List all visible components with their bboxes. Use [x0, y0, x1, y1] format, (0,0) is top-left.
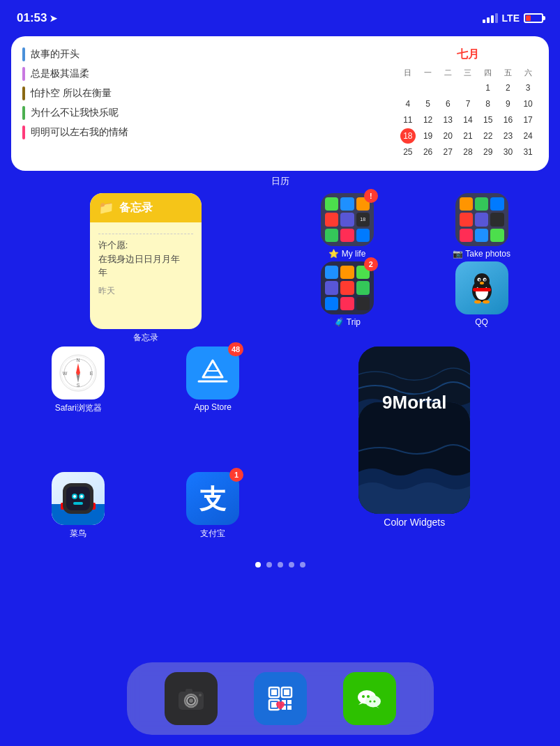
alipay-badge: 1 — [229, 468, 243, 482]
svg-point-26 — [73, 495, 76, 498]
colorwidgets-icon[interactable] — [358, 402, 470, 514]
app-appstore[interactable]: 48 App Store — [146, 347, 280, 461]
dock — [127, 662, 434, 735]
svg-text:W: W — [63, 371, 68, 376]
qrcode-icon[interactable] — [254, 672, 307, 725]
mylife-badge: ! — [364, 189, 378, 203]
notes-date: 昨天 — [98, 285, 193, 297]
takephotos-folder-icon[interactable] — [455, 193, 508, 246]
app-cainiao[interactable]: 过福年 菜鸟 — [11, 472, 146, 540]
app-safari[interactable]: N S E W Safari浏览器 — [11, 347, 146, 461]
trip-label: 🧳 Trip — [334, 317, 361, 327]
network-type: LTE — [502, 13, 520, 24]
dot-1 — [255, 562, 261, 568]
takephotos-label: 📷 Take photos — [453, 249, 510, 259]
location-icon: ➤ — [50, 13, 57, 24]
svg-text:支: 支 — [199, 485, 227, 514]
note-item-1: 故事的开头 — [22, 47, 390, 61]
cainiao-label: 菜鸟 — [70, 528, 86, 540]
notes-calendar-widget[interactable]: 故事的开头 总是极其温柔 怕扑空 所以在衡量 为什么不让我快乐呢 明明可以左右我… — [11, 36, 549, 171]
bottom-apps-section: N S E W Safari浏览器 48 App Store — [0, 347, 560, 551]
svg-text:S: S — [77, 383, 80, 388]
status-bar: 01:53 ➤ LTE — [0, 0, 560, 31]
note-item-4: 为什么不让我快乐呢 — [22, 106, 390, 120]
svg-point-49 — [362, 695, 365, 698]
colorwidgets-label: Color Widgets — [384, 517, 445, 528]
page-dots — [0, 562, 560, 568]
appstore-badge: 48 — [228, 342, 243, 356]
note-item-3: 怕扑空 所以在衡量 — [22, 86, 390, 100]
notes-app-label: 备忘录 — [133, 332, 158, 344]
svg-point-2 — [474, 273, 490, 289]
app-alipay[interactable]: 支 1 支付宝 — [146, 472, 280, 540]
folder-row-1: 18 ! ⭐ My life — [280, 193, 550, 259]
svg-rect-8 — [473, 288, 491, 291]
dot-3 — [278, 562, 283, 568]
svg-text:E: E — [90, 371, 93, 376]
qq-icon[interactable] — [455, 261, 508, 314]
cainiao-icon[interactable]: 过福年 — [52, 472, 105, 525]
appstore-label: App Store — [194, 402, 231, 412]
safari-icon[interactable]: N S E W — [52, 347, 105, 399]
svg-point-5 — [478, 279, 480, 280]
notes-widget-icon[interactable]: 📁 备忘录 许个愿: 在我身边日日月月年 年 昨天 — [90, 193, 202, 329]
notes-list-widget: 故事的开头 总是极其温柔 怕扑空 所以在衡量 为什么不让我快乐呢 明明可以左右我… — [22, 47, 390, 160]
folder-trip[interactable]: 2 🧳 Trip — [280, 261, 415, 327]
svg-point-34 — [189, 699, 193, 703]
status-right: LTE — [483, 13, 543, 24]
svg-point-10 — [483, 300, 490, 304]
mylife-label: ⭐ My life — [328, 249, 365, 259]
notes-widget-body: 许个愿: 在我身边日日月月年 年 昨天 — [90, 222, 202, 304]
trip-badge: 2 — [364, 257, 378, 271]
folders-column: 18 ! ⭐ My life — [280, 193, 550, 327]
qq-label: QQ — [475, 317, 488, 327]
notes-widget-text: 许个愿: 在我身边日日月月年 年 — [98, 238, 193, 280]
calendar-widget: 七月 日 一 二 三 四 五 六 1 2 3 4 5 6 — [398, 47, 538, 160]
camera-icon[interactable] — [165, 672, 218, 725]
battery-icon — [524, 13, 543, 23]
calendar-label: 日历 — [11, 175, 549, 188]
svg-rect-40 — [284, 690, 289, 695]
notes-app-widget[interactable]: 📁 备忘录 许个愿: 在我身边日日月月年 年 昨天 备忘录 — [11, 193, 280, 344]
middle-row: 📁 备忘录 许个愿: 在我身边日日月月年 年 昨天 备忘录 — [0, 193, 560, 344]
svg-rect-28 — [73, 502, 83, 505]
svg-rect-44 — [287, 700, 292, 704]
dock-wechat[interactable] — [343, 672, 396, 725]
dock-camera[interactable] — [165, 672, 218, 725]
signal-icon — [483, 13, 498, 23]
wechat-icon[interactable] — [343, 672, 396, 725]
calendar-grid: 日 一 二 三 四 五 六 1 2 3 4 5 6 7 8 — [398, 66, 538, 160]
note-item-5: 明明可以左右我的情绪 — [22, 125, 390, 139]
status-time: 01:53 ➤ — [17, 11, 57, 25]
folder-row-2: 2 🧳 Trip — [280, 261, 550, 327]
dot-5 — [300, 562, 305, 568]
dot-4 — [289, 562, 294, 568]
svg-point-36 — [199, 694, 202, 696]
top-widget-container: 故事的开头 总是极其温柔 怕扑空 所以在衡量 为什么不让我快乐呢 明明可以左右我… — [0, 36, 560, 188]
svg-rect-38 — [271, 690, 277, 695]
time-display: 01:53 — [17, 11, 47, 25]
notes-widget-header: 📁 备忘录 — [90, 193, 202, 222]
svg-text:N: N — [77, 358, 80, 363]
note-item-2: 总是极其温柔 — [22, 67, 390, 81]
svg-point-52 — [373, 700, 375, 702]
dock-qrcode[interactable] — [254, 672, 307, 725]
calendar-month: 七月 — [398, 47, 538, 62]
svg-rect-46 — [287, 706, 292, 710]
notes-widget-title: 备忘录 — [119, 201, 153, 215]
svg-point-51 — [369, 700, 371, 702]
app-qq[interactable]: QQ — [414, 261, 549, 327]
svg-point-9 — [474, 300, 481, 304]
svg-rect-23 — [66, 487, 90, 510]
safari-label: Safari浏览器 — [55, 402, 102, 414]
svg-point-7 — [480, 282, 484, 284]
svg-point-50 — [367, 695, 370, 698]
svg-point-27 — [80, 495, 83, 498]
alipay-label: 支付宝 — [200, 528, 225, 540]
app-colorwidgets[interactable]: Color Widgets — [280, 402, 550, 540]
svg-rect-35 — [186, 689, 192, 693]
folder-takephotos[interactable]: 📷 Take photos — [414, 193, 549, 259]
folder-mylife[interactable]: 18 ! ⭐ My life — [280, 193, 415, 259]
dot-2 — [266, 562, 272, 568]
svg-point-6 — [484, 279, 485, 280]
